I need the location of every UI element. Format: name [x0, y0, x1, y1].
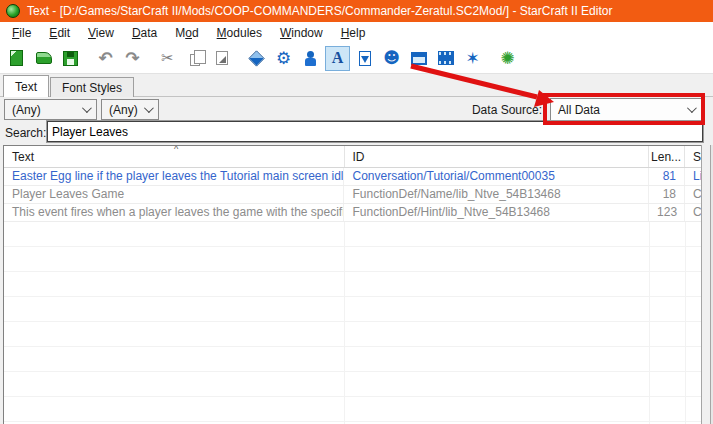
data-module-button[interactable]	[298, 46, 323, 71]
empty-cell	[4, 372, 345, 397]
text-module-button[interactable]: A	[325, 46, 350, 71]
empty-cell	[650, 222, 686, 247]
menu-item-window[interactable]: Window	[271, 24, 332, 42]
empty-cell	[4, 322, 345, 347]
empty-cell	[686, 222, 702, 247]
empty-cell	[686, 372, 702, 397]
category-filter-dropdown[interactable]: (Any)	[4, 99, 97, 120]
subcategory-filter-dropdown[interactable]: (Any)	[101, 99, 159, 120]
menu-item-view[interactable]: View	[79, 24, 123, 42]
toolbar: ↶↷✂⚙A☻✶✺	[0, 43, 713, 74]
menu-bar: FileEditViewDataModModulesWindowHelp	[0, 22, 713, 43]
category-filter-value: (Any)	[12, 103, 41, 117]
cell-id: FunctionDef/Hint/lib_Ntve_54B13468	[344, 204, 649, 221]
empty-cell	[650, 397, 686, 422]
test-document-button[interactable]: ✶	[460, 46, 485, 71]
empty-cell	[345, 222, 650, 247]
table-row[interactable]: Player Leaves GameFunctionDef/Name/lib_N…	[4, 186, 702, 204]
search-input[interactable]	[47, 121, 703, 142]
cell-source: Co	[685, 186, 702, 203]
run-game-button[interactable]: ✺	[495, 46, 520, 71]
terrain-module-button[interactable]	[244, 46, 269, 71]
empty-cell	[650, 322, 686, 347]
cut-icon: ✂	[161, 51, 174, 66]
window-title: Text - [D:/Games/StarCraft II/Mods/COOP-…	[27, 4, 612, 18]
ui-module-icon	[411, 52, 427, 65]
empty-row	[4, 347, 702, 372]
empty-cell	[345, 347, 650, 372]
chevron-down-icon	[144, 103, 154, 113]
menu-item-help[interactable]: Help	[332, 24, 375, 42]
import-module-button[interactable]	[352, 46, 377, 71]
table-row[interactable]: This event fires when a player leaves th…	[4, 204, 702, 222]
undo-button[interactable]: ↶	[93, 46, 118, 71]
text-module-icon: A	[332, 50, 344, 66]
ui-module-button[interactable]	[406, 46, 431, 71]
cell-len: 18	[649, 186, 685, 203]
empty-cell	[686, 322, 702, 347]
empty-cell	[345, 322, 650, 347]
empty-row	[4, 247, 702, 272]
empty-row	[4, 272, 702, 297]
empty-cell	[650, 372, 686, 397]
cell-id: FunctionDef/Name/lib_Ntve_54B13468	[344, 186, 649, 203]
save-document-icon	[63, 51, 78, 66]
terrain-module-icon	[248, 50, 265, 67]
empty-cell	[650, 297, 686, 322]
empty-cell	[4, 347, 345, 372]
new-document-button[interactable]	[4, 46, 29, 71]
open-document-button[interactable]	[31, 46, 56, 71]
tab-bar: TextFont Styles	[3, 75, 713, 97]
table-header: ^ Text ID Len... S	[4, 146, 702, 168]
empty-row	[4, 372, 702, 397]
paste-icon	[216, 51, 228, 65]
paste-button[interactable]	[209, 46, 234, 71]
tab-text[interactable]: Text	[3, 75, 49, 97]
cell-text: This event fires when a player leaves th…	[4, 204, 344, 221]
chevron-down-icon	[82, 103, 92, 113]
menu-item-modules[interactable]: Modules	[208, 24, 271, 42]
empty-cell	[4, 222, 345, 247]
empty-row	[4, 322, 702, 347]
cutscene-module-icon	[438, 51, 454, 65]
undo-icon: ↶	[98, 50, 112, 67]
redo-button[interactable]: ↷	[120, 46, 145, 71]
empty-cell	[345, 272, 650, 297]
save-document-button[interactable]	[58, 46, 83, 71]
triggers-module-button[interactable]: ⚙	[271, 46, 296, 71]
column-header-id[interactable]: ID	[345, 146, 650, 167]
copy-button[interactable]	[182, 46, 207, 71]
cell-len: 81	[649, 168, 685, 185]
column-header-length[interactable]: Len...	[649, 146, 685, 167]
empty-row	[4, 222, 702, 247]
menu-item-mod[interactable]: Mod	[166, 24, 207, 42]
cutscene-module-button[interactable]	[433, 46, 458, 71]
data-source-label: Data Source:	[452, 103, 542, 117]
empty-cell	[686, 347, 702, 372]
column-header-source[interactable]: S	[685, 146, 702, 167]
cell-text: Player Leaves Game	[4, 186, 344, 203]
menu-item-file[interactable]: File	[3, 24, 40, 42]
table-body: Easter Egg line if the player leaves the…	[4, 168, 702, 424]
menu-item-edit[interactable]: Edit	[40, 24, 79, 42]
empty-cell	[4, 247, 345, 272]
empty-cell	[4, 297, 345, 322]
sort-ascending-indicator[interactable]: ^	[174, 145, 178, 154]
cell-source: Lib	[685, 168, 702, 185]
cut-button[interactable]: ✂	[155, 46, 180, 71]
menu-item-data[interactable]: Data	[123, 24, 166, 42]
table-row[interactable]: Easter Egg line if the player leaves the…	[4, 168, 702, 186]
vertical-scrollbar[interactable]	[701, 145, 711, 424]
data-source-dropdown[interactable]: All Data	[550, 98, 702, 121]
empty-cell	[686, 247, 702, 272]
text-table: ^ Text ID Len... S Easter Egg line if th…	[3, 145, 702, 424]
data-module-icon	[303, 51, 318, 66]
redo-icon: ↷	[125, 50, 139, 67]
subcategory-filter-value: (Any)	[109, 103, 138, 117]
empty-row	[4, 397, 702, 422]
ai-module-button[interactable]: ☻	[379, 46, 404, 71]
empty-cell	[4, 397, 345, 422]
empty-cell	[345, 247, 650, 272]
tab-font-styles[interactable]: Font Styles	[50, 77, 134, 97]
ai-module-icon: ☻	[383, 50, 400, 66]
